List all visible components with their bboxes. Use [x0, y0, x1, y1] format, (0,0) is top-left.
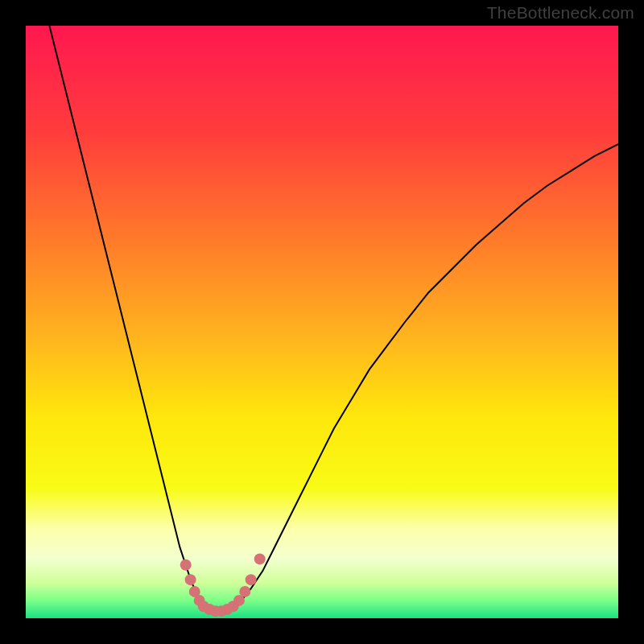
plot-area — [26, 26, 618, 618]
marker-dot — [254, 553, 266, 564]
marker-dot — [180, 559, 192, 571]
marker-dot — [185, 574, 196, 585]
bottleneck-chart — [26, 26, 618, 618]
gradient-background — [26, 26, 618, 618]
chart-frame: TheBottleneck.com — [0, 0, 644, 644]
watermark-text: TheBottleneck.com — [487, 3, 634, 23]
marker-dot — [239, 586, 250, 597]
marker-dot — [246, 574, 257, 585]
